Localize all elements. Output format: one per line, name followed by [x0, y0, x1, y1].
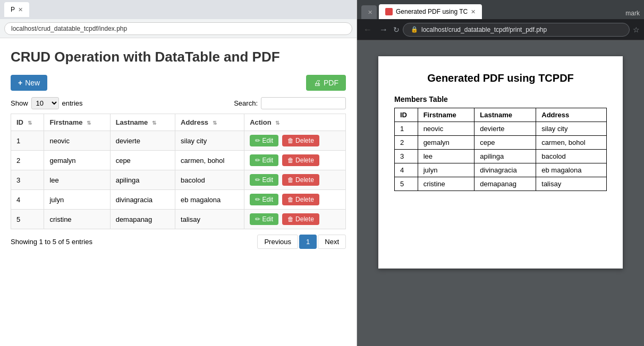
forward-button[interactable]: →	[377, 24, 390, 36]
pdf-table-row: 5 cristine demapanag talisay	[395, 177, 607, 191]
left-tab-close-icon[interactable]: ✕	[18, 6, 23, 13]
left-page-content: CRUD Operation with DataTable and PDF Ne…	[0, 38, 357, 346]
edit-button[interactable]: ✏ Edit	[250, 213, 278, 225]
pdf-table-row: 3 lee apilinga bacolod	[395, 150, 607, 163]
pdf-col-address: Address	[536, 108, 607, 122]
pdf-col-lastname: Lastname	[474, 108, 536, 122]
pdf-table-row: 2 gemalyn cepe carmen, bohol	[395, 136, 607, 150]
pdf-col-id: ID	[395, 108, 418, 122]
left-tab-label: P	[11, 6, 15, 13]
pdf-cell-firstname: cristine	[418, 177, 474, 191]
cell-firstname: lee	[44, 170, 110, 190]
left-tab-bar: P ✕	[0, 0, 357, 19]
pdf-content-area: Generated PDF using TCPDF Members Table …	[357, 40, 644, 346]
pdf-cell-id: 2	[395, 136, 418, 150]
pdf-cell-id: 5	[395, 177, 418, 191]
bookmark-button[interactable]: ☆	[633, 25, 640, 34]
pdf-cell-id: 3	[395, 150, 418, 163]
pdf-tab-icon	[385, 8, 393, 15]
new-button-label: New	[25, 79, 40, 87]
pdf-cell-firstname: gemalyn	[418, 136, 474, 150]
pdf-title: Generated PDF using TCPDF	[394, 72, 607, 84]
table-footer: Showing 1 to 5 of 5 entries Previous 1 N…	[11, 235, 346, 249]
data-table: ID ⇅ Firstname ⇅ Lastname ⇅ Address ⇅ Ac…	[11, 114, 346, 229]
search-input[interactable]	[261, 97, 346, 109]
delete-button[interactable]: 🗑 Delete	[282, 174, 319, 186]
cell-lastname: divinagracia	[110, 190, 175, 210]
entries-select[interactable]: 10 25 50 100	[31, 97, 59, 109]
pdf-cell-lastname: apilinga	[474, 150, 536, 163]
cell-action: ✏ Edit 🗑 Delete	[244, 210, 346, 229]
showing-text: Showing 1 to 5 of 5 entries	[11, 238, 92, 246]
delete-button[interactable]: 🗑 Delete	[282, 213, 319, 225]
cell-lastname: demapanag	[110, 210, 175, 229]
previous-button[interactable]: Previous	[257, 235, 298, 249]
right-tab-close-icon[interactable]: ✕	[471, 8, 476, 15]
pdf-cell-lastname: cepe	[474, 136, 536, 150]
table-row: 2 gemalyn cepe carmen, bohol ✏ Edit 🗑 De…	[11, 151, 346, 170]
inactive-tab-close[interactable]: ✕	[368, 9, 372, 16]
table-row: 1 neovic devierte silay city ✏ Edit 🗑 De…	[11, 131, 346, 151]
show-entries: Show 10 25 50 100 entries	[11, 97, 83, 109]
pdf-cell-firstname: neovic	[418, 122, 474, 136]
right-url-box[interactable]: 🔒 localhost/crud_datatable_tcpdf/print_p…	[403, 23, 630, 37]
sort-icon-id: ⇅	[28, 120, 32, 126]
cell-address: talisay	[175, 210, 244, 229]
left-url-box[interactable]: localhost/crud_datatable_tcpdf/index.php	[4, 22, 352, 35]
sort-icon-action: ⇅	[275, 120, 279, 126]
back-button[interactable]: ←	[361, 24, 374, 36]
left-active-tab[interactable]: P ✕	[4, 2, 29, 17]
cell-address: silay city	[175, 131, 244, 151]
page-1-button[interactable]: 1	[299, 235, 317, 249]
col-firstname[interactable]: Firstname ⇅	[44, 114, 110, 131]
entries-label: entries	[62, 99, 83, 107]
edit-button[interactable]: ✏ Edit	[250, 174, 278, 186]
show-label: Show	[11, 99, 28, 107]
cell-action: ✏ Edit 🗑 Delete	[244, 170, 346, 190]
cell-firstname: julyn	[44, 190, 110, 210]
col-id[interactable]: ID ⇅	[11, 114, 44, 131]
pdf-cell-firstname: julyn	[418, 163, 474, 177]
pdf-cell-address: bacolod	[536, 150, 607, 163]
reload-button[interactable]: ↻	[393, 25, 400, 34]
cell-id: 2	[11, 151, 44, 170]
new-button[interactable]: New	[11, 75, 47, 91]
pdf-button[interactable]: 🖨 PDF	[306, 75, 346, 91]
right-browser: ✕ Generated PDF using TC ✕ mark ← → ↻ 🔒 …	[357, 0, 644, 346]
pdf-section-title: Members Table	[394, 95, 607, 103]
pdf-button-label: PDF	[324, 79, 338, 87]
col-action[interactable]: Action ⇅	[244, 114, 346, 131]
pdf-cell-address: talisay	[536, 177, 607, 191]
pdf-cell-id: 1	[395, 122, 418, 136]
table-row: 5 cristine demapanag talisay ✏ Edit 🗑 De…	[11, 210, 346, 229]
cell-id: 1	[11, 131, 44, 151]
right-active-tab[interactable]: Generated PDF using TC ✕	[379, 4, 482, 19]
delete-button[interactable]: 🗑 Delete	[282, 154, 319, 166]
pdf-cell-address: carmen, bohol	[536, 136, 607, 150]
cell-action: ✏ Edit 🗑 Delete	[244, 131, 346, 151]
delete-button[interactable]: 🗑 Delete	[282, 194, 319, 205]
right-address-bar: ← → ↻ 🔒 localhost/crud_datatable_tcpdf/p…	[357, 19, 644, 40]
pdf-cell-address: eb magalona	[536, 163, 607, 177]
edit-button[interactable]: ✏ Edit	[250, 194, 278, 205]
right-inactive-tab[interactable]: ✕	[361, 5, 377, 19]
cell-firstname: gemalyn	[44, 151, 110, 170]
col-lastname[interactable]: Lastname ⇅	[110, 114, 175, 131]
table-row: 3 lee apilinga bacolod ✏ Edit 🗑 Delete	[11, 170, 346, 190]
edit-button[interactable]: ✏ Edit	[250, 135, 278, 146]
pdf-table-row: 4 julyn divinagracia eb magalona	[395, 163, 607, 177]
pdf-col-firstname: Firstname	[418, 108, 474, 122]
col-address[interactable]: Address ⇅	[175, 114, 244, 131]
profile-name: mark	[625, 10, 640, 17]
cell-action: ✏ Edit 🗑 Delete	[244, 151, 346, 170]
cell-address: eb magalona	[175, 190, 244, 210]
pdf-cell-lastname: divinagracia	[474, 163, 536, 177]
right-tab-bar: ✕ Generated PDF using TC ✕ mark	[357, 0, 644, 19]
sort-icon-firstname: ⇅	[87, 120, 91, 126]
page-title: CRUD Operation with DataTable and PDF	[11, 49, 346, 65]
next-button[interactable]: Next	[318, 235, 346, 249]
delete-button[interactable]: 🗑 Delete	[282, 135, 319, 146]
right-tab-label: Generated PDF using TC	[396, 8, 468, 15]
edit-button[interactable]: ✏ Edit	[250, 154, 278, 166]
cell-id: 3	[11, 170, 44, 190]
